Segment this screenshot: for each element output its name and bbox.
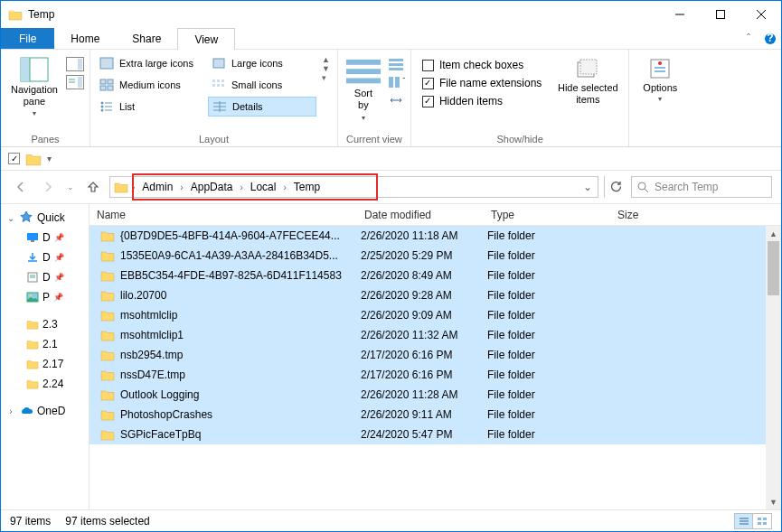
onedrive-icon: [19, 406, 33, 416]
chevron-right-icon[interactable]: ›: [281, 182, 287, 192]
sidebar-item[interactable]: 2.1: [1, 334, 89, 354]
sidebar-item[interactable]: P📌: [1, 287, 89, 307]
options-button[interactable]: Options ▾: [635, 53, 685, 103]
forward-button[interactable]: [37, 176, 59, 198]
sidebar-onedrive[interactable]: ›OneD: [1, 401, 89, 421]
chevron-right-icon[interactable]: ›: [238, 182, 244, 192]
layout-medium[interactable]: Medium icons: [96, 75, 204, 95]
up-button[interactable]: [82, 176, 104, 198]
layout-small[interactable]: Small icons: [208, 75, 316, 95]
table-row[interactable]: msohtmlclip12/26/2020 11:32 AMFile folde…: [90, 325, 781, 345]
group-by-icon[interactable]: [387, 57, 405, 71]
folder-icon: [100, 269, 115, 282]
table-row[interactable]: msohtmlclip2/26/2020 9:09 AMFile folder: [90, 305, 781, 325]
tab-home[interactable]: Home: [54, 28, 116, 49]
crumb-admin[interactable]: Admin: [137, 181, 178, 193]
ribbon-currentview-group: Sort by ▾ + Current view: [338, 50, 411, 146]
sidebar-item[interactable]: D📌: [1, 267, 89, 287]
qat-overflow-icon[interactable]: ▾: [47, 154, 52, 163]
navigation-sidebar: ⌄ Quick D📌 D📌 D📌 P📌 2.3 2.1 2.17 2.24 ›O…: [1, 204, 90, 509]
table-row[interactable]: lilo.207002/26/2020 9:28 AMFile folder: [90, 285, 781, 305]
table-row[interactable]: SGPicFaceTpBq2/24/2020 5:47 PMFile folde…: [90, 425, 781, 444]
folder-icon: [114, 181, 128, 193]
svg-rect-35: [346, 69, 381, 74]
svg-rect-12: [100, 58, 113, 69]
folder-icon[interactable]: [25, 152, 42, 166]
scroll-thumb[interactable]: [768, 241, 779, 295]
address-history-dropdown[interactable]: ⌄: [579, 181, 596, 193]
folder-icon: [100, 229, 115, 242]
layout-grid: Extra large icons Large icons Medium ico…: [96, 53, 316, 117]
tab-share[interactable]: Share: [116, 28, 177, 49]
layout-extra-large[interactable]: Extra large icons: [96, 53, 204, 73]
tab-view[interactable]: View: [177, 28, 235, 50]
vertical-scrollbar[interactable]: ▲ ▼: [766, 226, 781, 509]
svg-rect-37: [389, 59, 403, 61]
close-button[interactable]: [740, 1, 781, 28]
table-row[interactable]: nssD47E.tmp2/17/2020 6:16 PMFile folder: [90, 365, 781, 385]
hidden-items[interactable]: Hidden items: [422, 95, 542, 107]
scroll-down-icon[interactable]: ▼: [766, 494, 781, 509]
sidebar-item[interactable]: 2.24: [1, 374, 89, 394]
maximize-button[interactable]: [700, 1, 740, 28]
crumb-appdata[interactable]: AppData: [185, 181, 239, 193]
layout-list[interactable]: List: [96, 97, 204, 117]
svg-rect-62: [763, 518, 767, 520]
address-row: ⌄ › Admin › AppData › Local › Temp ⌄ Sea…: [1, 171, 781, 203]
sidebar-item[interactable]: D📌: [1, 247, 89, 267]
thumbnails-view-icon[interactable]: [753, 514, 771, 528]
file-rows: {0B7D9DE5-4BFB-414A-9604-A7FECEE44...2/2…: [90, 226, 781, 509]
refresh-button[interactable]: [604, 176, 626, 198]
details-view-icon[interactable]: [735, 514, 753, 528]
layout-large[interactable]: Large icons: [208, 53, 316, 73]
back-button[interactable]: [10, 176, 32, 198]
table-row[interactable]: PhotoshopCrashes2/26/2020 9:11 AMFile fo…: [90, 405, 781, 425]
crumb-temp[interactable]: Temp: [288, 181, 325, 193]
table-row[interactable]: {0B7D9DE5-4BFB-414A-9604-A7FECEE44...2/2…: [90, 226, 781, 246]
col-type[interactable]: Type: [484, 209, 610, 221]
column-headers: Name Date modified Type Size: [90, 204, 781, 226]
sidebar-item[interactable]: 2.17: [1, 354, 89, 374]
svg-rect-15: [108, 79, 113, 84]
search-icon: [637, 182, 649, 193]
table-row[interactable]: nsb2954.tmp2/17/2020 6:16 PMFile folder: [90, 345, 781, 365]
col-date[interactable]: Date modified: [357, 209, 484, 221]
file-name-extensions[interactable]: File name extensions: [422, 77, 542, 89]
table-row[interactable]: Outlook Logging2/26/2020 11:28 AMFile fo…: [90, 385, 781, 405]
hide-selected-button[interactable]: Hide selected items: [552, 53, 623, 106]
preview-pane-icon[interactable]: [66, 57, 84, 71]
layout-details[interactable]: Details: [208, 97, 316, 117]
recent-dropdown[interactable]: ⌄: [64, 176, 77, 198]
col-size[interactable]: Size: [610, 209, 781, 221]
col-name[interactable]: Name: [90, 209, 357, 221]
star-icon: [19, 210, 33, 225]
add-columns-icon[interactable]: +: [387, 75, 405, 89]
chevron-right-icon[interactable]: ›: [178, 182, 184, 192]
scroll-up-icon[interactable]: ▲: [766, 226, 781, 241]
layout-scroll[interactable]: ▲▼▾: [320, 53, 332, 84]
size-columns-icon[interactable]: [387, 93, 405, 107]
table-row[interactable]: 1535E0A9-6CA1-4A39-A3AA-28416B34D5...2/2…: [90, 246, 781, 266]
sidebar-quick-access[interactable]: ⌄ Quick: [1, 208, 89, 228]
sidebar-item[interactable]: D📌: [1, 228, 89, 247]
ribbon-collapse-icon[interactable]: ˆ: [738, 28, 759, 49]
sidebar-item[interactable]: 2.3: [1, 314, 89, 334]
details-pane-icon[interactable]: [66, 75, 84, 89]
table-row[interactable]: EBB5C354-4FDE-4B97-825A-6D411F1145832/26…: [90, 266, 781, 285]
svg-rect-18: [212, 79, 215, 82]
sort-by-button[interactable]: Sort by ▾: [344, 53, 383, 122]
item-check-boxes[interactable]: Item check boxes: [422, 59, 542, 71]
select-toggle-icon[interactable]: [8, 153, 20, 164]
svg-rect-14: [100, 79, 106, 84]
svg-rect-0: [716, 11, 724, 19]
file-menu[interactable]: File: [1, 28, 54, 49]
minimize-button[interactable]: [659, 1, 700, 28]
chevron-right-icon[interactable]: ›: [130, 182, 137, 192]
search-input[interactable]: Search Temp: [631, 176, 772, 198]
help-icon[interactable]: ?: [759, 28, 781, 49]
svg-rect-40: [389, 77, 393, 88]
crumb-local[interactable]: Local: [245, 181, 282, 193]
navigation-pane-button[interactable]: Navigation pane ▾: [6, 53, 62, 117]
address-bar[interactable]: › Admin › AppData › Local › Temp ⌄: [109, 176, 598, 198]
view-toggle[interactable]: [734, 513, 772, 529]
